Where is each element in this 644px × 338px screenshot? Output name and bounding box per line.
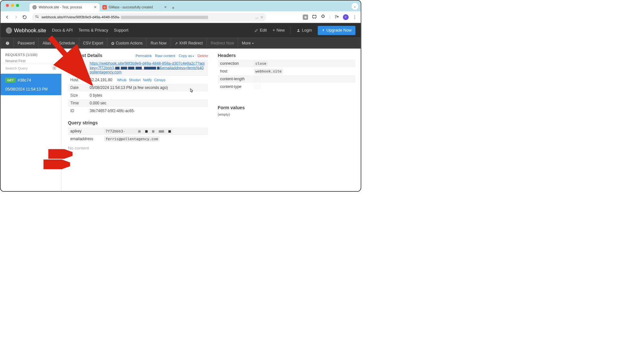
app-main: REQUESTS (1/100) Newest First Search Que…	[1, 49, 361, 191]
detail-url-row: GET https://webhook.site/98f3b9e9-d49a-4…	[68, 60, 208, 76]
separator: |	[329, 15, 330, 19]
browser-toolbar: webhook.site/#!/view/98f3b9e9-d49a-4848-…	[1, 11, 361, 23]
nav-xhr-redirect[interactable]: ↗ XHR Redirect	[171, 38, 207, 49]
query-row-apikey: apikey 7f72bbb3-	[68, 127, 208, 135]
tab-gmass[interactable]: G GMass - successfully created ✕	[100, 3, 170, 12]
media-icon[interactable]	[334, 14, 339, 20]
brand-text: Webhook.site	[14, 27, 46, 34]
login-button[interactable]: Login	[297, 28, 312, 33]
raw-content-link[interactable]: Raw content	[155, 53, 176, 58]
close-icon[interactable]: ✕	[164, 5, 167, 9]
request-short-id: #38c74	[18, 78, 31, 82]
nav-password[interactable]: Password	[14, 38, 39, 49]
nav-schedule[interactable]: Schedule	[55, 38, 79, 49]
brand-icon: ↓	[6, 27, 12, 34]
form-values-empty: (empty)	[218, 112, 356, 117]
header-value: close	[254, 61, 268, 66]
query-strings-table: apikey 7f72bbb3- emailaddress ferris@pol…	[68, 127, 208, 143]
nav-redirect-now[interactable]: Redirect Now	[207, 38, 238, 49]
censys-link[interactable]: Censys	[154, 78, 165, 82]
new-button[interactable]: + New	[273, 28, 284, 33]
cursor-icon	[189, 88, 194, 95]
gear-icon: ✿	[111, 41, 114, 45]
nav-docs[interactable]: Docs & API	[52, 28, 72, 33]
method-badge: GET	[70, 61, 81, 66]
separator	[291, 27, 291, 34]
nav-more[interactable]: More ▾	[238, 38, 257, 49]
window-close[interactable]	[6, 4, 9, 7]
plus-icon: +	[273, 28, 275, 33]
upgrade-button[interactable]: Upgrade Now	[318, 26, 355, 35]
nav-support[interactable]: Support	[114, 28, 129, 33]
header-value: webhook.site	[254, 69, 283, 74]
nav-run-now[interactable]: Run Now	[147, 38, 171, 49]
reload-button[interactable]	[22, 14, 28, 20]
sort-newest-first[interactable]: Newest First	[1, 57, 62, 64]
request-item[interactable]: GET #38c74 05/08/2024 11:54:13 PM	[1, 74, 62, 95]
search-input[interactable]: Search Query	[5, 66, 28, 70]
profile-avatar[interactable]: F	[343, 14, 349, 20]
new-tab-button[interactable]: +	[170, 4, 177, 12]
extensions-icon[interactable]	[321, 14, 325, 20]
nav-terms[interactable]: Terms & Privacy	[79, 28, 108, 33]
requests-header: REQUESTS (1/100)	[1, 53, 62, 57]
nav-custom-actions[interactable]: ✿ Custom Actions	[107, 38, 147, 49]
forward-button[interactable]	[13, 14, 19, 20]
request-details-table: GET https://webhook.site/98f3b9e9-d49a-4…	[68, 60, 208, 115]
svg-point-1	[37, 17, 38, 18]
whois-link[interactable]: Whois	[117, 78, 127, 82]
request-date: 05/08/2024 11:54:13 PM	[5, 87, 57, 92]
host-value: 52.24.191.80	[90, 78, 112, 82]
detail-date-row: Date 05/08/2024 11:54:13 PM (a few secon…	[68, 84, 208, 92]
emailaddress-value: ferris@pollentagency.com	[104, 136, 159, 142]
window-controls	[6, 4, 19, 7]
help-icon[interactable]: ?	[52, 66, 57, 71]
extension-icon-2[interactable]	[312, 14, 317, 20]
delete-link[interactable]: Delete	[197, 53, 208, 58]
id-value: 38c74657-b5f2-48fc-ac65-	[87, 107, 208, 115]
sidebar: REQUESTS (1/100) Newest First Search Que…	[1, 49, 62, 191]
menu-icon[interactable]: ⋮	[352, 14, 357, 20]
redirect-icon: ↗	[175, 41, 178, 45]
url-text: webhook.site/#!/view/98f3b9e9-d49a-4848-…	[42, 15, 253, 19]
brand[interactable]: ↓ Webhook.site	[6, 27, 46, 34]
headers-table: connection close host webhook.site conte…	[218, 60, 356, 91]
header-value	[254, 76, 261, 82]
request-details-title: Request Details	[68, 53, 102, 58]
shodan-link[interactable]: Shodan	[129, 78, 140, 82]
permalink-link[interactable]: Permalink	[136, 53, 152, 58]
header-row-content-type: content-type	[218, 83, 356, 91]
extension-icon-1[interactable]: ◉	[303, 14, 308, 20]
query-strings-title: Query strings	[68, 120, 208, 126]
header-row-content-length: content-length	[218, 75, 356, 83]
form-values-title: Form values	[218, 105, 356, 111]
bookmark-icon[interactable]: ☆	[260, 15, 264, 19]
request-url[interactable]: https://webhook.site/98f3b9e9-d49a-4848-…	[90, 62, 205, 74]
tab-overflow-button[interactable]: ⌄	[351, 3, 358, 10]
tab-webhook[interactable]: ↓ Webhook.site - Test, process ✕	[30, 3, 100, 12]
address-bar[interactable]: webhook.site/#!/view/98f3b9e9-d49a-4848-…	[32, 13, 266, 21]
header-row-host: host webhook.site	[218, 67, 356, 75]
query-row-emailaddress: emailaddress ferris@pollentagency.com	[68, 135, 208, 143]
close-icon[interactable]: ✕	[94, 5, 97, 9]
tab-title: Webhook.site - Test, process	[39, 5, 92, 9]
site-settings-icon[interactable]	[35, 14, 39, 20]
favicon-webhook: ↓	[33, 5, 37, 10]
copy-as-dropdown[interactable]: Copy as	[179, 53, 194, 58]
no-content-text: No content	[68, 146, 208, 151]
detail-time-row: Time 0.000 sec	[68, 99, 208, 107]
nav-alias[interactable]: Alias	[39, 38, 55, 49]
detail-host-row: Host 52.24.191.80 Whois Shodan Netify Ce…	[68, 76, 208, 84]
netify-link[interactable]: Netify	[143, 78, 152, 82]
window-minimize[interactable]	[11, 4, 14, 7]
ellipsis: ...	[255, 15, 258, 19]
browser-tabbar: ↓ Webhook.site - Test, process ✕ G GMass…	[1, 1, 361, 12]
apikey-value: 7f72bbb3-	[104, 129, 172, 134]
nav-csv-export[interactable]: CSV Export	[79, 38, 107, 49]
time-value: 0.000 sec	[87, 99, 208, 107]
window-maximize[interactable]	[16, 4, 19, 7]
header-row-connection: connection close	[218, 60, 356, 67]
clock-icon[interactable]	[5, 38, 14, 49]
back-button[interactable]	[5, 14, 10, 20]
edit-button[interactable]: Edit	[255, 28, 267, 33]
